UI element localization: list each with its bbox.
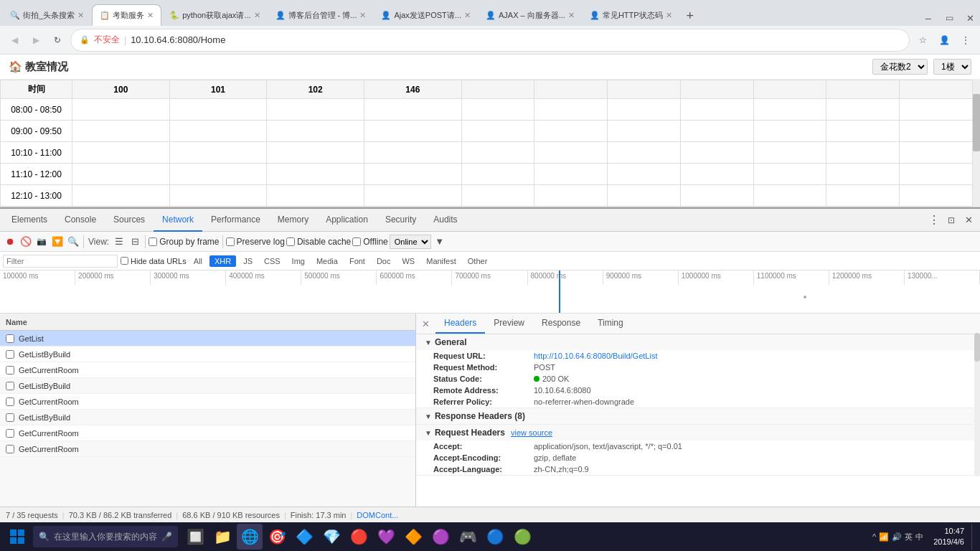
offline-checkbox[interactable] xyxy=(352,237,361,246)
tray-input[interactable]: 中 xyxy=(915,532,923,542)
network-item-getlistbybuild-2[interactable]: GetListByBuild xyxy=(0,378,415,394)
tab-7-close[interactable]: ✕ xyxy=(666,11,672,20)
tray-up-icon[interactable]: ^ xyxy=(872,532,876,541)
profile-icon[interactable]: 👤 xyxy=(936,32,953,49)
filter-icon[interactable]: 🔽 xyxy=(50,235,65,249)
filter-manifest-btn[interactable]: Manifest xyxy=(422,256,461,266)
filter-css-btn[interactable]: CSS xyxy=(260,256,285,266)
tab-security[interactable]: Security xyxy=(377,209,425,232)
preserve-log-label[interactable]: Preserve log xyxy=(226,237,285,247)
offline-label[interactable]: Offline xyxy=(352,237,387,247)
taskbar-app-3[interactable]: 🎯 xyxy=(264,524,290,550)
taskbar-clock[interactable]: 10:47 2019/4/6 xyxy=(928,526,970,548)
taskbar-app-search[interactable]: 🔲 xyxy=(182,524,208,550)
tab-2-close[interactable]: ✕ xyxy=(147,11,154,20)
detail-close-btn[interactable]: ✕ xyxy=(416,319,435,329)
back-button[interactable]: ◀ xyxy=(6,32,23,49)
network-item-getlistbybuild-3[interactable]: GetListByBuild xyxy=(0,410,415,425)
tab-6-close[interactable]: ✕ xyxy=(568,11,575,20)
group-by-frame-checkbox[interactable] xyxy=(149,237,157,246)
search-icon[interactable]: 🔍 xyxy=(66,235,80,249)
tab-3[interactable]: 🐍 python获取ajax请... ✕ xyxy=(162,4,267,26)
taskbar-app-5[interactable]: 💎 xyxy=(319,524,344,550)
filter-all-btn[interactable]: All xyxy=(189,256,207,266)
taskbar-app-9[interactable]: 🟣 xyxy=(428,524,453,550)
network-item-getlist-checkbox[interactable] xyxy=(6,334,14,343)
taskbar-app-file[interactable]: 📁 xyxy=(209,524,235,550)
new-tab-button[interactable]: + xyxy=(680,6,700,26)
network-item-7-checkbox[interactable] xyxy=(6,445,14,453)
filter-xhr-btn[interactable]: XHR xyxy=(209,255,236,267)
tab-7[interactable]: 👤 常见HTTP状态码 ✕ xyxy=(583,4,679,26)
hide-data-urls-checkbox[interactable] xyxy=(121,257,128,265)
network-item-getcurrentroom-4[interactable]: GetCurrentRoom xyxy=(0,441,415,457)
taskbar-app-7[interactable]: 💜 xyxy=(373,524,399,550)
floor-select[interactable]: 1楼 xyxy=(933,59,971,75)
disable-cache-label[interactable]: Disable cache xyxy=(286,237,351,247)
tab-5-close[interactable]: ✕ xyxy=(464,11,471,20)
view-source-link[interactable]: view source xyxy=(511,428,552,437)
bookmark-icon[interactable]: ☆ xyxy=(914,32,931,49)
filter-ws-btn[interactable]: WS xyxy=(397,256,419,266)
filter-media-btn[interactable]: Media xyxy=(312,256,342,266)
tab-4-close[interactable]: ✕ xyxy=(359,11,366,20)
detail-scrollbar[interactable] xyxy=(974,333,980,476)
tab-elements[interactable]: Elements xyxy=(3,209,56,232)
network-item-getcurrentroom-1[interactable]: GetCurrentRoom xyxy=(0,362,415,378)
request-headers-title-row[interactable]: ▼ Request Headers view source xyxy=(416,425,980,441)
clear-button[interactable]: 🚫 xyxy=(19,235,33,249)
tray-lang[interactable]: 英 xyxy=(905,532,913,542)
filter-input[interactable] xyxy=(3,255,118,268)
address-bar[interactable]: 🔒 不安全 | 10.10.64.6:8080/Home xyxy=(70,29,910,52)
taskbar-app-browser[interactable]: 🌐 xyxy=(237,524,263,550)
tab-network[interactable]: Network xyxy=(154,209,202,232)
tab-5[interactable]: 👤 Ajax发送POST请... ✕ xyxy=(374,4,478,26)
large-view-button[interactable]: ⊟ xyxy=(128,235,142,249)
show-desktop-button[interactable] xyxy=(971,524,977,550)
refresh-button[interactable]: ↻ xyxy=(49,32,66,49)
hide-data-urls-label[interactable]: Hide data URLs xyxy=(121,257,187,265)
tab-3-close[interactable]: ✕ xyxy=(254,11,260,20)
preserve-log-checkbox[interactable] xyxy=(226,237,235,246)
tray-network-icon[interactable]: 📶 xyxy=(879,532,889,542)
filter-doc-btn[interactable]: Doc xyxy=(372,256,395,266)
network-item-1-checkbox[interactable] xyxy=(6,350,14,359)
taskbar-app-12[interactable]: 🟢 xyxy=(509,524,535,550)
detail-tab-preview[interactable]: Preview xyxy=(485,314,533,334)
tray-volume-icon[interactable]: 🔊 xyxy=(892,532,902,542)
taskbar-app-10[interactable]: 🎮 xyxy=(455,524,481,550)
network-item-getlistbybuild-1[interactable]: GetListByBuild xyxy=(0,347,415,362)
window-close[interactable]: ✕ xyxy=(960,10,980,26)
tab-performance[interactable]: Performance xyxy=(202,209,269,232)
network-item-2-checkbox[interactable] xyxy=(6,366,14,375)
taskbar-app-4[interactable]: 🔷 xyxy=(291,524,317,550)
forward-button[interactable]: ▶ xyxy=(27,32,44,49)
network-item-getlist[interactable]: GetList xyxy=(0,331,415,347)
network-item-getcurrentroom-3[interactable]: GetCurrentRoom xyxy=(0,425,415,441)
filter-other-btn[interactable]: Other xyxy=(463,256,492,266)
general-section-title[interactable]: ▼ General xyxy=(416,334,980,350)
filter-img-btn[interactable]: Img xyxy=(288,256,309,266)
settings-icon[interactable]: ▼ xyxy=(433,235,447,249)
tab-6[interactable]: 👤 AJAX – 向服务器... ✕ xyxy=(479,4,582,26)
tab-sources[interactable]: Sources xyxy=(105,209,154,232)
start-button[interactable] xyxy=(3,524,32,550)
classroom-scrollbar[interactable] xyxy=(973,80,980,207)
tab-4[interactable]: 👤 博客后台管理 - 博... ✕ xyxy=(268,4,374,26)
tab-audits[interactable]: Audits xyxy=(425,209,466,232)
taskbar-app-8[interactable]: 🔶 xyxy=(400,524,426,550)
network-item-5-checkbox[interactable] xyxy=(6,413,14,422)
record-button[interactable]: ⏺ xyxy=(3,235,17,249)
tab-2[interactable]: 📋 考勤服务 ✕ xyxy=(92,4,161,26)
network-item-4-checkbox[interactable] xyxy=(6,397,14,406)
detail-tab-timing[interactable]: Timing xyxy=(589,314,632,334)
group-by-frame-label[interactable]: Group by frame xyxy=(149,237,219,247)
devtools-close-icon[interactable]: ✕ xyxy=(960,212,977,229)
filter-font-btn[interactable]: Font xyxy=(345,256,369,266)
network-item-3-checkbox[interactable] xyxy=(6,382,14,390)
network-item-getcurrentroom-2[interactable]: GetCurrentRoom xyxy=(0,394,415,410)
detail-tab-headers[interactable]: Headers xyxy=(435,314,485,334)
devtools-more-icon[interactable]: ⋮ xyxy=(925,212,943,229)
throttle-select[interactable]: Online xyxy=(390,235,431,249)
taskbar-app-6[interactable]: 🔴 xyxy=(346,524,372,550)
